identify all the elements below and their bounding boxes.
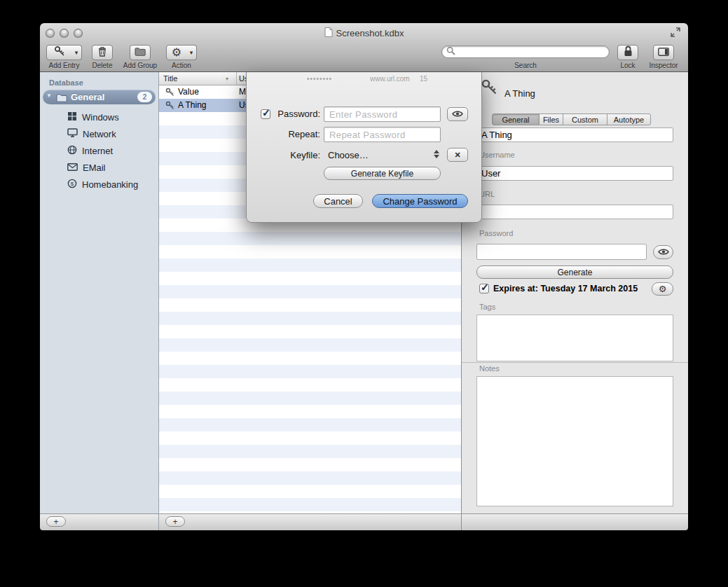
chevron-down-icon: ▾ — [75, 50, 78, 56]
username-field[interactable] — [476, 166, 673, 181]
windows-icon — [67, 111, 77, 123]
eye-icon — [452, 108, 463, 120]
folder-icon — [56, 92, 67, 105]
add-group-footer-button[interactable]: + — [46, 516, 66, 527]
window-title: Screenshot.kdbx — [336, 28, 404, 39]
eye-icon — [658, 246, 669, 258]
sidebar-item-network[interactable]: Network — [67, 125, 157, 142]
trash-icon — [97, 46, 107, 60]
change-password-button[interactable]: Change Password — [372, 194, 468, 208]
sidebar-item-homebanking[interactable]: $ Homebanking — [67, 176, 157, 193]
sort-indicator-icon: ▾ — [226, 72, 228, 85]
tab-general[interactable]: General — [492, 113, 540, 125]
expires-options-button[interactable]: ⚙ — [652, 282, 673, 296]
clear-keyfile-button[interactable]: ✕ — [447, 148, 468, 162]
password-label: Password — [479, 229, 513, 237]
sidebar-section-header: Database — [49, 78, 83, 87]
sidebar-item-label: Windows — [82, 112, 119, 123]
envelope-icon — [67, 163, 78, 173]
ghost-password-dots: •••••••• — [307, 74, 332, 84]
fullscreen-icon[interactable] — [671, 27, 680, 40]
change-password-sheet: •••••••• www.url.com 15 ✓ Password: Repe… — [246, 72, 482, 223]
cancel-button[interactable]: Cancel — [313, 194, 363, 208]
network-icon — [67, 128, 78, 139]
delete-button[interactable] — [92, 45, 113, 60]
add-entry-button[interactable] — [46, 45, 72, 60]
inspector-tabs: General Files Custom Autotype — [493, 113, 651, 125]
inspector-divider — [462, 362, 688, 363]
sidebar-divider[interactable] — [158, 72, 159, 530]
notes-label: Notes — [479, 364, 500, 373]
add-entry-menu-button[interactable]: ▾ — [71, 45, 82, 60]
add-group-label: Add Group — [121, 62, 160, 69]
window-title-row: Screenshot.kdbx — [40, 27, 688, 39]
generate-password-button[interactable]: Generate — [476, 265, 673, 279]
sheet-password-label: Password: — [267, 106, 320, 122]
homebanking-icon: $ — [67, 179, 77, 191]
entry-title: A Thing — [178, 99, 206, 112]
sidebar-item-email[interactable]: EMail — [67, 159, 157, 176]
ghost-modified: 15 — [420, 74, 427, 84]
sidebar-item-windows[interactable]: Windows — [67, 109, 157, 125]
sheet-repeat-label: Repeat: — [267, 127, 320, 142]
keyfile-popup[interactable]: Choose… — [328, 148, 369, 163]
ghost-url: www.url.com — [370, 74, 410, 84]
expires-label: Expires at: Tuesday 17 March 2015 — [493, 284, 638, 294]
chevron-down-icon: ▾ — [190, 50, 193, 56]
folder-icon — [135, 46, 146, 59]
expires-checkbox[interactable]: ✓ — [479, 284, 489, 294]
search-field[interactable] — [441, 46, 610, 58]
tab-autotype[interactable]: Autotype — [607, 113, 651, 125]
screen: Screenshot.kdbx ▾ Add Entry Delete Add G… — [0, 0, 728, 587]
column-divider[interactable] — [236, 72, 237, 85]
check-icon: ✓ — [481, 282, 489, 293]
generate-keyfile-button[interactable]: Generate Keyfile — [324, 167, 441, 180]
sidebar-group-label: General — [71, 92, 104, 102]
action-menu-button[interactable]: ▾ — [186, 45, 197, 60]
sheet-keyfile-label: Keyfile: — [267, 148, 320, 163]
close-icon: ✕ — [454, 151, 460, 160]
title-field[interactable] — [476, 127, 673, 142]
password-field[interactable] — [476, 244, 647, 260]
search-icon — [446, 46, 455, 58]
entry-key-icon — [481, 78, 497, 98]
tags-label: Tags — [479, 303, 495, 311]
entry-count-badge: 2 — [137, 92, 152, 102]
key-icon — [54, 46, 65, 60]
tab-files[interactable]: Files — [539, 113, 563, 125]
sidebar-item-label: Homebanking — [82, 179, 138, 190]
add-entry-label: Add Entry — [46, 62, 82, 69]
sidebar-item-label: EMail — [83, 163, 106, 173]
reveal-new-password-button[interactable] — [447, 107, 468, 121]
notes-field[interactable] — [476, 376, 673, 506]
add-group-button[interactable] — [130, 45, 151, 60]
inspector-toggle-button[interactable] — [653, 45, 674, 60]
sidebar-item-internet[interactable]: Internet — [67, 142, 157, 159]
lock-label: Lock — [614, 62, 642, 69]
inspector-label: Inspector — [646, 62, 681, 69]
entry-title: Value — [178, 85, 199, 99]
tab-custom[interactable]: Custom — [563, 113, 607, 125]
search-input[interactable] — [458, 47, 605, 57]
padlock-icon — [624, 46, 633, 60]
popup-stepper-icon[interactable] — [434, 150, 439, 158]
svg-text:$: $ — [71, 181, 74, 187]
gear-icon: ⚙ — [172, 47, 181, 58]
sidebar-item-label: Network — [83, 129, 116, 139]
column-header-title[interactable]: Title — [163, 72, 177, 85]
bottom-bar — [40, 513, 688, 530]
repeat-password-input[interactable] — [324, 127, 441, 142]
url-field[interactable] — [476, 205, 673, 219]
action-label: Action — [166, 62, 197, 69]
delete-label: Delete — [87, 62, 118, 69]
new-password-input[interactable] — [324, 106, 441, 122]
tags-field[interactable] — [476, 315, 673, 361]
lock-button[interactable] — [617, 45, 638, 60]
internet-globe-icon — [67, 145, 77, 157]
reveal-password-button[interactable] — [653, 245, 673, 259]
action-button[interactable]: ⚙ — [166, 45, 187, 60]
add-entry-footer-button[interactable]: + — [165, 516, 185, 527]
sidebar-item-label: Internet — [82, 146, 113, 156]
inspector-panel-icon — [658, 46, 669, 59]
disclosure-triangle-icon[interactable]: ▼ — [46, 92, 52, 99]
